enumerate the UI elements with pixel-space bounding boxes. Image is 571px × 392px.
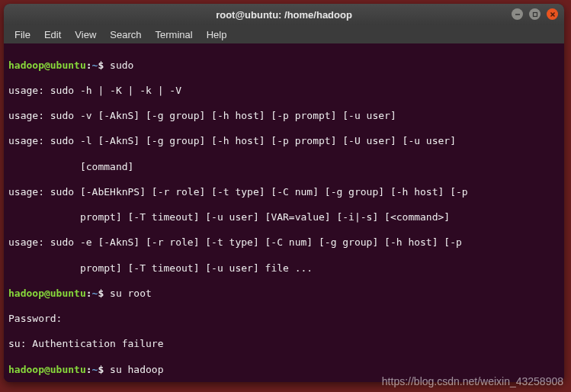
window-title: root@ubuntu: /home/hadoop — [216, 9, 352, 21]
minimize-button[interactable] — [512, 8, 523, 20]
output-line: usage: sudo -l [-AknS] [-g group] [-h ho… — [8, 135, 560, 148]
cmd-text: sudo — [104, 59, 133, 71]
terminal-window: root@ubuntu: /home/hadoop File Edit View… — [4, 4, 564, 382]
titlebar[interactable]: root@ubuntu: /home/hadoop — [4, 4, 564, 25]
menu-help[interactable]: Help — [200, 27, 233, 42]
output-line: su: Authentication failure — [8, 338, 560, 351]
terminal-output[interactable]: hadoop@ubuntu:~$ sudo usage: sudo -h | -… — [4, 43, 564, 382]
maximize-button[interactable] — [529, 8, 541, 20]
output-line: usage: sudo -e [-AknS] [-r role] [-t typ… — [8, 236, 560, 249]
output-line: [command] — [8, 161, 560, 174]
close-button[interactable] — [547, 8, 558, 20]
menu-view[interactable]: View — [69, 27, 102, 42]
output-line: Password: — [8, 313, 560, 326]
prompt-user: hadoop@ubuntu — [8, 59, 86, 71]
output-line: usage: sudo -v [-AknS] [-g group] [-h ho… — [8, 110, 560, 123]
menu-terminal[interactable]: Terminal — [149, 27, 199, 42]
menu-file[interactable]: File — [8, 27, 37, 42]
output-line: prompt] [-T timeout] [-u user] file ... — [8, 262, 560, 275]
menubar: File Edit View Search Terminal Help — [4, 25, 564, 43]
menu-edit[interactable]: Edit — [38, 27, 67, 42]
menu-search[interactable]: Search — [104, 27, 147, 42]
window-controls — [512, 8, 558, 20]
output-line: usage: sudo -h | -K | -k | -V — [8, 85, 560, 98]
output-line: usage: sudo [-AbEHknPS] [-r role] [-t ty… — [8, 186, 560, 199]
output-line: prompt] [-T timeout] [-u user] [VAR=valu… — [8, 211, 560, 224]
svg-rect-1 — [533, 12, 537, 16]
